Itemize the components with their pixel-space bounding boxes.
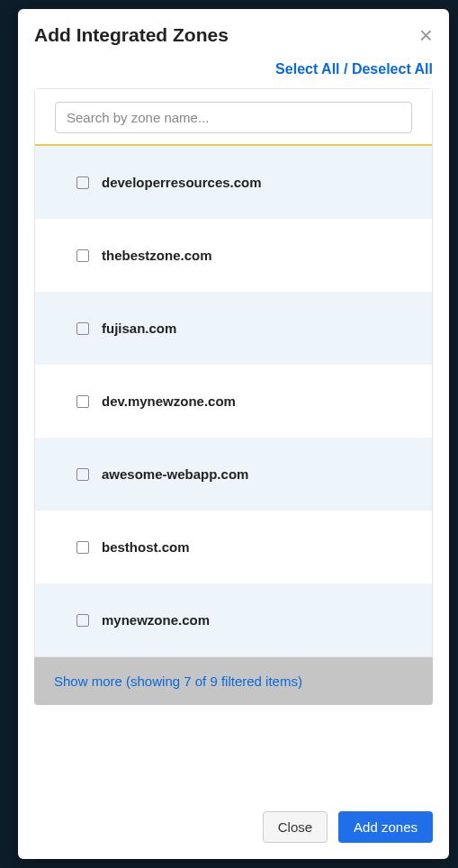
checkbox[interactable]: [76, 322, 89, 335]
zone-name-label: developerresources.com: [102, 175, 262, 190]
checkbox[interactable]: [76, 541, 89, 554]
modal-header: Add Integrated Zones ×: [18, 9, 449, 47]
zone-list: developerresources.com thebestzone.com f…: [35, 146, 432, 656]
add-zones-button[interactable]: Add zones: [338, 811, 433, 843]
checkbox[interactable]: [76, 249, 89, 262]
select-all-row: Select All / Deselect All: [18, 47, 449, 88]
close-button[interactable]: Close: [263, 811, 328, 843]
show-more-link[interactable]: Show more (showing 7 of 9 filtered items…: [34, 657, 433, 705]
checkbox[interactable]: [76, 395, 89, 408]
list-item[interactable]: thebestzone.com: [35, 219, 432, 292]
zone-name-label: besthost.com: [102, 539, 190, 555]
search-input[interactable]: [55, 102, 412, 133]
search-wrap: [35, 89, 432, 146]
zone-name-label: thebestzone.com: [102, 248, 212, 263]
zone-name-label: mynewzone.com: [102, 612, 210, 628]
list-item[interactable]: awesome-webapp.com: [35, 438, 432, 511]
list-item[interactable]: fujisan.com: [35, 292, 432, 365]
select-all-link[interactable]: Select All / Deselect All: [275, 61, 433, 77]
list-item[interactable]: mynewzone.com: [35, 583, 432, 656]
zone-name-label: awesome-webapp.com: [102, 466, 248, 482]
close-icon[interactable]: ×: [419, 23, 433, 47]
list-item[interactable]: dev.mynewzone.com: [35, 365, 432, 438]
modal-title: Add Integrated Zones: [34, 24, 229, 46]
checkbox[interactable]: [76, 176, 89, 189]
checkbox[interactable]: [76, 614, 89, 627]
add-zones-modal: Add Integrated Zones × Select All / Dese…: [18, 9, 449, 859]
list-item[interactable]: besthost.com: [35, 511, 432, 583]
zone-name-label: dev.mynewzone.com: [102, 393, 236, 409]
zone-list-container: developerresources.com thebestzone.com f…: [34, 88, 433, 657]
checkbox[interactable]: [76, 468, 89, 481]
list-item[interactable]: developerresources.com: [35, 146, 432, 219]
modal-footer: Close Add zones: [18, 795, 449, 859]
zone-name-label: fujisan.com: [102, 321, 176, 336]
